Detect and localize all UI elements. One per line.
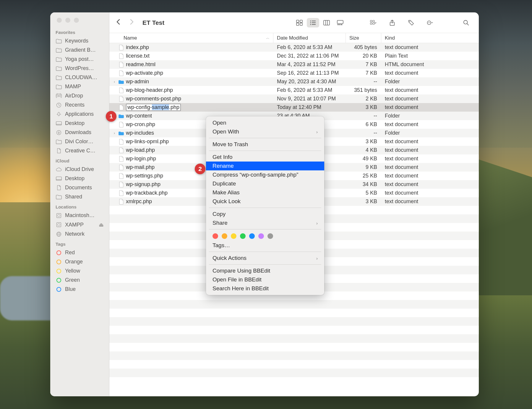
file-kind: Folder: [381, 113, 479, 119]
view-gallery-button[interactable]: [334, 18, 346, 27]
sidebar-item[interactable]: Network: [50, 229, 109, 239]
file-row[interactable]: wp-config-sample.php Today at 12:40 PM 3…: [109, 103, 479, 112]
tag-color[interactable]: [240, 233, 246, 239]
sidebar-item[interactable]: Red: [50, 248, 109, 257]
sidebar-item[interactable]: Orange: [50, 257, 109, 266]
eject-icon[interactable]: ⏏: [99, 221, 104, 228]
actions-button[interactable]: [424, 18, 436, 27]
context-menu-item[interactable]: Quick Look: [206, 197, 324, 206]
sidebar-item[interactable]: Downloads: [50, 128, 109, 137]
column-size[interactable]: Size: [346, 33, 381, 43]
context-menu-item[interactable]: Rename: [206, 162, 324, 170]
context-menu-label: Open: [213, 120, 226, 126]
context-menu-item[interactable]: Share›: [206, 219, 324, 227]
file-row[interactable]: license.txt Dec 31, 2022 at 11:06 PM 20 …: [109, 52, 479, 60]
column-name[interactable]: Name︿: [109, 33, 273, 43]
svg-rect-23: [312, 22, 316, 23]
file-name: wp-settings.php: [126, 173, 163, 179]
folder-icon: [56, 75, 62, 80]
sidebar-item[interactable]: XAMPP⏏: [50, 220, 109, 229]
context-menu-item[interactable]: Open With›: [206, 127, 324, 136]
disclosure-icon[interactable]: ›: [112, 80, 116, 84]
context-menu-item[interactable]: Search Here in BBEdit: [206, 284, 324, 293]
view-icons-button[interactable]: [293, 18, 306, 27]
sidebar-item[interactable]: Documents: [50, 183, 109, 192]
close-button[interactable]: [57, 18, 62, 23]
disclosure-icon[interactable]: ›: [112, 131, 116, 135]
tag-color[interactable]: [231, 233, 236, 239]
file-kind: text document: [381, 87, 479, 93]
tag-color[interactable]: [249, 233, 255, 239]
group-by-button[interactable]: [367, 18, 379, 27]
context-menu-item[interactable]: Get Info: [206, 153, 324, 162]
context-menu-item[interactable]: Move to Trash: [206, 140, 324, 149]
sidebar-item-label: Blue: [65, 286, 76, 292]
sidebar-item[interactable]: Yoga post…: [50, 55, 109, 64]
context-menu-item[interactable]: Open File in BBEdit: [206, 275, 324, 284]
sidebar-item[interactable]: Blue: [50, 285, 109, 294]
sidebar-item[interactable]: Recents: [50, 100, 109, 110]
tag-color[interactable]: [258, 233, 264, 239]
sidebar-item[interactable]: Macintosh…: [50, 211, 109, 220]
tags-button[interactable]: [405, 18, 417, 27]
minimize-button[interactable]: [65, 18, 70, 23]
tag-color[interactable]: [213, 233, 218, 239]
context-menu-label: Make Alias: [213, 189, 240, 196]
empty-row: [109, 309, 479, 317]
sidebar-item[interactable]: Gradient B…: [50, 45, 109, 55]
sidebar-item[interactable]: CLOUDWA…: [50, 73, 109, 82]
file-date: Mar 4, 2023 at 11:52 PM: [273, 61, 346, 68]
doc-icon: [118, 173, 124, 179]
column-kind[interactable]: Kind: [381, 33, 479, 43]
file-size: 3 KB: [346, 198, 381, 205]
clock-icon: [56, 102, 62, 108]
sidebar-item[interactable]: MAMP: [50, 82, 109, 91]
sidebar-item[interactable]: AirDrop: [50, 91, 109, 100]
sidebar-item[interactable]: Yellow: [50, 266, 109, 276]
context-menu-item[interactable]: Tags…: [206, 241, 324, 250]
sidebar-item[interactable]: WordPres…: [50, 64, 109, 73]
file-row[interactable]: readme.html Mar 4, 2023 at 11:52 PM 7 KB…: [109, 60, 479, 69]
context-menu-tags: [206, 231, 324, 241]
context-menu-item[interactable]: Compress “wp-config-sample.php”: [206, 170, 324, 179]
context-menu-item[interactable]: Make Alias: [206, 188, 324, 197]
sidebar-item[interactable]: Keywords: [50, 36, 109, 45]
sidebar-item-label: Gradient B…: [65, 47, 96, 53]
svg-point-22: [310, 22, 311, 23]
search-button[interactable]: [460, 18, 472, 27]
sidebar-item[interactable]: iCloud Drive: [50, 165, 109, 174]
sidebar-item[interactable]: Divi Color…: [50, 137, 109, 146]
sidebar-item[interactable]: Desktop: [50, 174, 109, 183]
forward-button[interactable]: [129, 19, 134, 27]
submenu-icon: ›: [316, 256, 318, 261]
file-row[interactable]: index.php Feb 6, 2020 at 5:33 AM 405 byt…: [109, 43, 479, 52]
back-button[interactable]: [116, 19, 121, 27]
tag-color[interactable]: [222, 233, 227, 239]
view-columns-button[interactable]: [320, 18, 333, 27]
zoom-button[interactable]: [74, 18, 79, 23]
doc-icon: [118, 44, 124, 51]
file-date: Today at 12:40 PM: [273, 104, 346, 110]
file-row[interactable]: › wp-admin May 20, 2023 at 4:30 AM -- Fo…: [109, 77, 479, 86]
sidebar-item[interactable]: Shared: [50, 192, 109, 201]
context-menu-item[interactable]: Open: [206, 118, 324, 127]
context-menu-label: Open File in BBEdit: [213, 276, 262, 283]
context-menu-item[interactable]: Quick Actions›: [206, 254, 324, 263]
column-date[interactable]: Date Modified: [273, 33, 346, 43]
share-button[interactable]: [386, 18, 398, 27]
sidebar-item[interactable]: Desktop: [50, 119, 109, 128]
context-menu-item[interactable]: Copy: [206, 210, 324, 219]
context-menu-item[interactable]: Duplicate: [206, 179, 324, 188]
sidebar-item[interactable]: Creative C…: [50, 146, 109, 155]
sidebar-item[interactable]: Green: [50, 276, 109, 285]
file-kind: text document: [381, 104, 479, 110]
sidebar-item[interactable]: Applications: [50, 110, 109, 119]
tag-color[interactable]: [267, 233, 273, 239]
context-menu-item[interactable]: Compare Using BBEdit: [206, 266, 324, 275]
file-row[interactable]: wp-blog-header.php Feb 6, 2020 at 5:33 A…: [109, 86, 479, 94]
rename-input[interactable]: wp-config-sample.php: [126, 104, 181, 111]
file-row[interactable]: wp-comments-post.php Nov 9, 2021 at 10:0…: [109, 94, 479, 103]
context-menu-label: Get Info: [213, 154, 233, 160]
view-list-button[interactable]: [307, 18, 319, 27]
file-row[interactable]: wp-activate.php Sep 16, 2022 at 11:13 PM…: [109, 69, 479, 77]
